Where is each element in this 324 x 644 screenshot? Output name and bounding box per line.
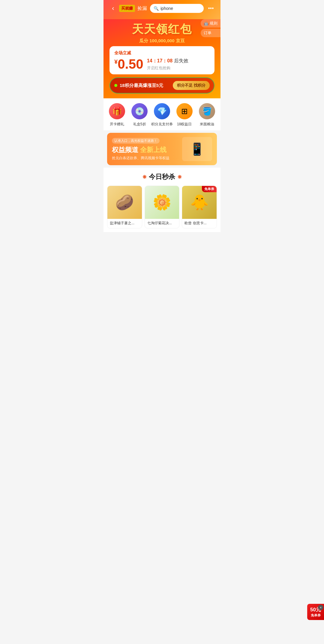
points-text: 18积分最高爆涨至5元 bbox=[120, 83, 163, 88]
header-top: ‹ 买就赚 捡漏 🔍 iphone ••• bbox=[108, 4, 216, 13]
quick-icon-item-0[interactable]: 🎁 开卡赠礼 bbox=[106, 103, 128, 127]
promo-image: 📱 bbox=[182, 137, 212, 161]
search-bar[interactable]: 🔍 iphone bbox=[150, 4, 204, 13]
quick-icon-label-1: 礼盒5折 bbox=[133, 122, 146, 127]
quick-icons-bar: 🎁 开卡赠礼 💿 礼盒5折 💎 积分兑支付券 ⊞ 18权益日 🪣 米面粮油 bbox=[104, 98, 220, 130]
promo-content: 认准入口，高光权益不迷路！ 权益频道 全新上线 抢兑白条还款券、腾讯视频卡等权益 bbox=[112, 138, 182, 161]
product-image-1: 🌼 bbox=[145, 186, 179, 219]
banner-area: 🤖 规则 订单 天天领红包 瓜分 100,000,000 京豆 全场立减 ¥0.… bbox=[104, 19, 220, 98]
promo-banner[interactable]: 认准入口，高光权益不迷路！ 权益频道 全新上线 抢兑白条还款券、腾讯视频卡等权益… bbox=[107, 133, 217, 165]
deco-left: ❊ bbox=[142, 174, 146, 180]
product-name-2: 欧曾 创意卡... bbox=[182, 219, 217, 228]
quick-icon-label-2: 积分兑支付券 bbox=[151, 122, 173, 127]
points-find-button[interactable]: 积分不足 找积分 bbox=[173, 81, 210, 90]
product-name-0: 盐津铺子薯之... bbox=[107, 219, 142, 228]
coupon-label: 全场立减 bbox=[114, 50, 210, 56]
currency-symbol: ¥ bbox=[114, 58, 118, 65]
promo-tag: 认准入口，高光权益不迷路！ bbox=[112, 138, 160, 144]
rules-button[interactable]: 🤖 规则 bbox=[201, 19, 220, 28]
coupon-timer: 14：17：08 后失效 bbox=[147, 58, 210, 64]
quick-icon-label-0: 开卡赠礼 bbox=[110, 122, 124, 127]
right-buttons: 🤖 规则 订单 bbox=[201, 19, 220, 37]
quick-icon-item-4[interactable]: 🪣 米面粮油 bbox=[196, 103, 218, 127]
quick-icon-item-1[interactable]: 💿 礼盒5折 bbox=[129, 103, 150, 127]
points-banner[interactable]: 18积分最高爆涨至5元 积分不足 找积分 bbox=[110, 77, 214, 94]
flash-sale-title: ❊ 今日秒杀 ❊ bbox=[107, 172, 217, 181]
search-input[interactable]: iphone bbox=[160, 6, 173, 11]
coupon-amount: ¥0.50 bbox=[114, 58, 143, 71]
header: ‹ 买就赚 捡漏 🔍 iphone ••• bbox=[104, 0, 220, 19]
coupon-row: ¥0.50 14：17：08 后失效 开启红包抢购 bbox=[114, 58, 210, 71]
quick-icon-label-4: 米面粮油 bbox=[200, 122, 214, 127]
flash-sale-section: ❊ 今日秒杀 ❊ 🥔 盐津铺子薯之... 🌼 七淘仔菊花决... 免单券 🐥 欧… bbox=[104, 168, 220, 232]
points-exchange-icon: 💎 bbox=[154, 103, 170, 119]
banner-title: 天天领红包 bbox=[108, 19, 216, 38]
grain-oil-icon: 🪣 bbox=[199, 103, 215, 119]
product-card-2[interactable]: 免单券 🐥 欧曾 创意卡... bbox=[182, 186, 217, 228]
more-button[interactable]: ••• bbox=[206, 4, 216, 13]
quick-icon-item-2[interactable]: 💎 积分兑支付券 bbox=[152, 103, 172, 127]
coupon-card: 全场立减 ¥0.50 14：17：08 后失效 开启红包抢购 bbox=[110, 46, 214, 74]
coupon-info: 14：17：08 后失效 开启红包抢购 bbox=[147, 58, 210, 71]
orders-button[interactable]: 订单 bbox=[201, 29, 220, 37]
robot-icon: 🤖 bbox=[204, 21, 208, 26]
benefits-day-icon: ⊞ bbox=[176, 103, 193, 119]
gift-card-icon: 🎁 bbox=[109, 103, 125, 119]
nav-text[interactable]: 捡漏 bbox=[137, 5, 147, 12]
points-dot bbox=[114, 84, 117, 87]
free-coupon-badge: 免单券 bbox=[202, 186, 217, 192]
promo-desc: 抢兑白条还款券、腾讯视频卡等权益 bbox=[112, 156, 182, 161]
banner-main-title: 天天领红包 bbox=[108, 22, 216, 37]
product-name-1: 七淘仔菊花决... bbox=[145, 219, 179, 228]
quick-icon-item-3[interactable]: ⊞ 18权益日 bbox=[174, 103, 195, 127]
products-grid: 🥔 盐津铺子薯之... 🌼 七淘仔菊花决... 免单券 🐥 欧曾 创意卡... bbox=[107, 186, 217, 228]
quick-icon-label-3: 18权益日 bbox=[177, 122, 192, 127]
coupon-desc: 开启红包抢购 bbox=[147, 65, 210, 71]
product-card-0[interactable]: 🥔 盐津铺子薯之... bbox=[107, 186, 142, 228]
deco-right: ❊ bbox=[178, 174, 182, 180]
product-image-0: 🥔 bbox=[107, 186, 142, 219]
header-nav: 买就赚 捡漏 bbox=[119, 5, 147, 12]
nav-logo[interactable]: 买就赚 bbox=[119, 5, 135, 12]
gift-box-icon: 💿 bbox=[131, 103, 148, 119]
product-card-1[interactable]: 🌼 七淘仔菊花决... bbox=[145, 186, 180, 228]
banner-subtitle: 瓜分 100,000,000 京豆 bbox=[108, 38, 216, 44]
back-button[interactable]: ‹ bbox=[108, 4, 118, 13]
promo-title: 权益频道 全新上线 bbox=[112, 145, 182, 154]
search-icon: 🔍 bbox=[154, 6, 159, 11]
